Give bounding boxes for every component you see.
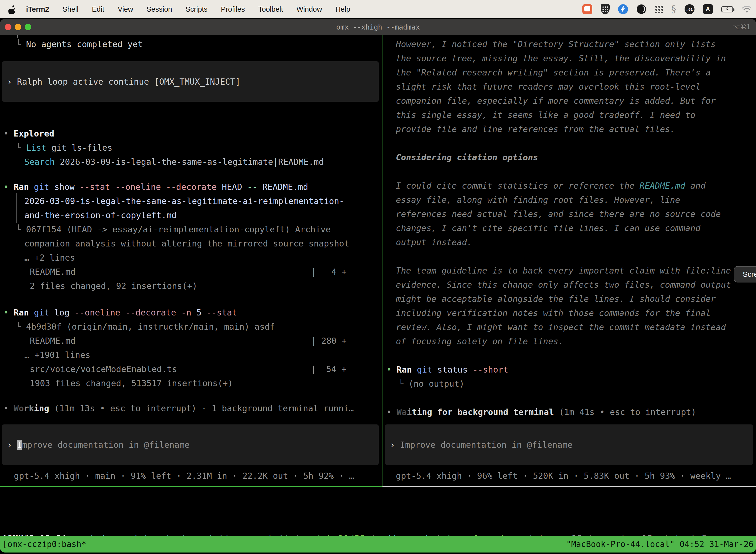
text-segment: including verification notes with those … [396,308,711,318]
keyboard-layout-a-icon[interactable]: A [703,4,713,14]
terminal-line: README.md| 4 + [30,265,382,279]
prompt-input[interactable]: ›Improve documentation in @filename [385,425,753,465]
text-segment: essay file, along with finding root file… [396,195,680,205]
text-segment: • [386,365,397,375]
battery-percent-badge[interactable]: ..61 [685,4,694,14]
text-segment: slight risk that future readers may over… [396,82,700,92]
text-segment: --stat --oneline --decorate [80,182,222,192]
text-segment: --short [473,365,508,375]
terminal-line: The team guideline is to back every impo… [396,264,756,278]
terminal-line: src/voice/voiceModeEnabled.ts| 54 + [30,362,382,376]
prompt-input[interactable]: ›Improve documentation in @filename [2,425,379,465]
text-segment: provide file and line references from th… [396,124,675,134]
shield-grid-icon[interactable] [601,4,610,14]
text-segment: git ls-files [46,143,112,153]
terminal-line: 2026-03-09-is-legal-the-same-as-legitima… [24,194,382,208]
text-segment: The team guideline is to back every impo… [396,266,731,276]
menu-item-edit[interactable]: Edit [85,5,111,13]
text-segment: --stat [207,308,237,318]
text-segment: Ran [14,182,34,192]
window-title: omx --xhigh --madmax [0,19,756,35]
menu-status-icons: § ..61 A [582,0,752,18]
window-shortcut-hint: ⌥⌘1 [733,19,751,35]
moon-circle-icon[interactable] [636,4,646,14]
terminal: └ No agents completed yet›Ralph loop act… [0,35,756,554]
tmux-session-label: [omx-cczip0:bash* [2,539,86,549]
terminal-line: companion file, especially if more comme… [396,94,756,108]
text-segment: • [3,182,14,192]
menu-item-profiles[interactable]: Profiles [214,5,252,13]
terminal-line: this single essay, it seems like a good … [396,108,756,122]
text-segment: └ [16,322,26,332]
window-title-bar: omx --xhigh --madmax ⌥⌘1 [0,19,756,35]
text-segment: Ran [14,308,34,318]
menu-item-toolbelt[interactable]: Toolbelt [252,5,290,13]
chat-app-icon[interactable] [582,4,592,14]
terminal-line: review. Also, I might want to inspect th… [396,320,756,334]
terminal-line: including verification notes with those … [396,306,756,320]
terminal-line: output instead. [396,235,756,250]
prompt-text: Improve documentation in @filename [400,440,572,450]
text-segment: 067f154 (HEAD -> essay/ai-reimplementati… [26,224,331,234]
text-segment: README.md [640,181,685,190]
left-agent-pane[interactable]: └ No agents completed yet›Ralph loop act… [0,35,382,486]
text-segment: | 54 + [311,364,346,374]
text-segment: I could cite commit statistics or refere… [396,181,640,190]
text-segment: | 4 + [311,267,346,277]
terminal-line: Search 2026-03-09-is-legal-the-same-as-l… [24,155,382,169]
pane-divider[interactable] [382,35,382,486]
menu-item-help[interactable]: Help [329,5,357,13]
terminal-line: and-the-erosion-of-copyleft.md [24,208,382,222]
menu-item-window[interactable]: Window [290,5,329,13]
text-segment: README.md [262,182,308,192]
terminal-line: └ 4b9d30f (origin/main, instructkr/main,… [16,320,382,334]
text-segment: -- [247,182,262,192]
terminal-line: references need actual files, and since … [396,207,756,221]
text-segment: 2026-03-09-is-legal-the-same-as-legitima… [55,157,324,167]
right-agent-pane[interactable]: However, I noticed the "Directory Struct… [383,35,756,486]
text-segment: might be acceptable alongside the file l… [396,294,716,304]
menu-item-iterm2[interactable]: iTerm2 [19,5,56,13]
text-segment: HEAD [222,182,247,192]
prompt-chevron-icon: › [390,440,395,450]
text-segment: ing [34,403,49,413]
dots-grid-icon[interactable] [655,5,663,13]
text-segment: 4b9d30f (origin/main, instructkr/main, m… [26,322,275,332]
prompt-chevron-icon: › [7,77,12,87]
text-segment: README.md [30,267,75,277]
menu-item-shell[interactable]: Shell [56,5,85,13]
battery-charging-icon[interactable] [721,6,733,12]
text-segment: of focusing solely on file lines. [396,336,564,346]
text-cursor: I [17,440,22,450]
squiggle-icon[interactable]: § [671,4,676,14]
terminal-line: gpt-5.4 xhigh · main · 91% left · 2.31M … [14,469,382,483]
terminal-line: provide file and line references from th… [396,122,756,136]
terminal-line: the source tree, missing the essay. Stil… [396,51,756,65]
text-segment: companion analysis without altering the … [24,238,349,248]
text-segment: and [685,181,706,190]
agent-banner[interactable]: ›Ralph loop active continue [OMX_TMUX_IN… [2,61,379,102]
menu-item-view[interactable]: View [111,5,140,13]
terminal-line: However, I noticed the "Directory Struct… [396,37,756,51]
text-segment: 2 files changed, 92 insertions(+) [30,281,197,291]
terminal-line: gpt-5.4 xhigh · 96% left · 520K in · 5.8… [396,469,756,483]
text-segment: review. Also, I might want to inspect th… [396,322,726,332]
apple-logo-icon[interactable] [8,5,16,14]
text-segment: git [34,308,54,318]
text-segment: … +1901 lines [24,350,90,360]
text-segment: git [34,182,54,192]
menu-item-session[interactable]: Session [140,5,179,13]
blue-badge-icon[interactable] [618,4,628,14]
menu-item-scripts[interactable]: Scripts [179,5,214,13]
text-segment: However, I noticed the "Directory Struct… [396,39,716,49]
terminal-line: companion analysis without altering the … [24,236,382,251]
text-segment: output instead. [396,237,472,247]
text-segment: No agents completed yet [26,39,143,49]
terminal-line: … +2 lines [24,251,382,265]
text-segment: (1m 41s • esc to interrupt) [554,407,696,417]
terminal-line: 2 files changed, 92 insertions(+) [30,279,382,293]
text-segment: changes, I can't cite specific file line… [396,223,700,233]
terminal-line: slight risk that future readers may over… [396,80,756,94]
text-segment: Explored [14,128,54,138]
wifi-icon[interactable] [742,5,752,13]
